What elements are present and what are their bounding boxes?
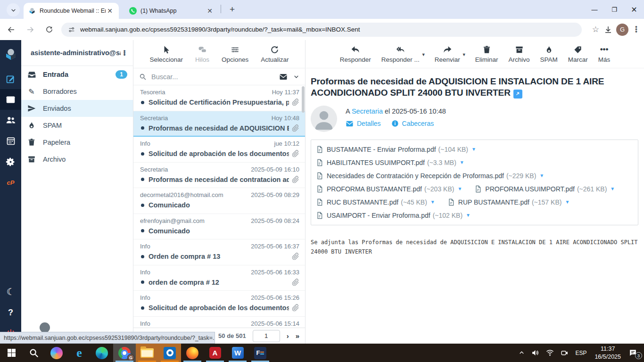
sidebar-item-spam[interactable]: SPAM (21, 117, 133, 134)
browser-menu-icon[interactable]: ••• (632, 26, 640, 33)
tray-chevron-up-icon[interactable] (515, 350, 528, 356)
bookmark-star-icon[interactable]: ☆ (587, 25, 604, 34)
sidebar-item-archive[interactable]: Archivo (21, 151, 133, 168)
attachment-item[interactable]: BUSTAMANTE - Enviar Proforma.pdf (~104 K… (316, 143, 476, 156)
account-menu-icon[interactable]: ••• (121, 50, 128, 56)
attachment-menu-caret-icon[interactable]: ▼ (610, 186, 615, 191)
settings-gear-icon[interactable] (0, 151, 21, 172)
taskbar-copilot[interactable] (45, 344, 68, 362)
reply-button[interactable]: Responder (340, 45, 371, 63)
forward-caret-icon[interactable]: ▼ (462, 52, 466, 57)
page-input[interactable]: 1 (253, 330, 280, 342)
scrollbar-thumb[interactable] (302, 86, 305, 113)
attachment-menu-caret-icon[interactable]: ▼ (471, 147, 476, 152)
message-row[interactable]: efrenfoyain@gmail.com 2025-05-09 08:24 C… (133, 214, 305, 240)
address-bar[interactable]: webmail.sanjuan.gob.ec/cpsess5925319890/… (61, 23, 582, 37)
attachment-name[interactable]: PROFORMA USUIMPORT.pdf (485, 185, 575, 193)
tab-whatsapp[interactable]: (1) WhatsApp ✕ (124, 3, 219, 19)
recipient-link[interactable]: Secretaria (352, 107, 383, 115)
taskbar-firefox[interactable] (181, 344, 204, 362)
search-input[interactable]: Buscar... (151, 73, 279, 81)
mail-nav-icon[interactable] (0, 89, 21, 110)
attachment-item[interactable]: PROFORMA BUSTAMANTE.pdf (~203 KB) ▼ (316, 182, 462, 196)
attachment-item[interactable]: USAIMPORT - Enviar Proforma.pdf (~102 KB… (316, 209, 471, 222)
attachment-name[interactable]: BUSTAMANTE - Enviar Proforma.pdf (327, 146, 436, 153)
taskbar-chrome[interactable]: G (113, 344, 136, 362)
start-button[interactable] (0, 344, 23, 362)
attachment-name[interactable]: RUP BUSTAMANTE.pdf (458, 198, 529, 206)
back-icon[interactable] (4, 22, 19, 37)
help-icon[interactable]: ? (0, 302, 21, 323)
attachment-menu-caret-icon[interactable]: ▼ (565, 199, 570, 205)
reply-all-button[interactable]: Responder ... ▼ (381, 45, 420, 63)
meet-now-icon[interactable] (557, 349, 572, 357)
message-row[interactable]: Info 2025-05-06 15:14 (133, 317, 305, 328)
attachment-menu-caret-icon[interactable]: ▼ (466, 213, 471, 218)
options-button[interactable]: Opciones (222, 45, 248, 63)
sidebar-item-drafts[interactable]: ✎ Borradores (21, 83, 133, 100)
attachment-item[interactable]: RUP BUSTAMANTE.pdf (~157 KB) ▼ (447, 196, 570, 209)
sidebar-item-trash[interactable]: Papelera (21, 134, 133, 151)
forward-icon[interactable] (23, 22, 38, 37)
message-row[interactable]: Info 2025-05-06 16:33 orden de compra # … (133, 265, 305, 291)
language-indicator[interactable]: ESP (572, 350, 590, 356)
wifi-icon[interactable] (543, 349, 557, 357)
sidebar-item-inbox[interactable]: Entrada 1 (21, 66, 133, 83)
attachment-menu-caret-icon[interactable]: ▼ (430, 199, 435, 205)
reply-all-caret-icon[interactable]: ▼ (421, 52, 426, 57)
tab-roundcube[interactable]: Roundcube Webmail :: Enviados ✕ (24, 3, 119, 19)
search-options-chevron-icon[interactable] (293, 74, 299, 80)
restore-button[interactable]: ❐ (604, 0, 624, 19)
taskbar-internet-explorer[interactable]: e (68, 344, 91, 362)
attachment-name[interactable]: RUC BUSTAMANTE.pdf (327, 198, 398, 206)
attachment-item[interactable]: HABILITANTES USUIMPORT.pdf (~3.3 MB) ▼ (316, 156, 464, 169)
sidebar-item-sent[interactable]: Enviados (21, 100, 133, 117)
contacts-nav-icon[interactable] (0, 110, 21, 131)
message-row[interactable]: Tesoreria Hoy 11:37 Solicitud de Certifi… (133, 85, 305, 111)
attachment-item[interactable]: PROFORMA USUIMPORT.pdf (~261 KB) ▼ (474, 182, 615, 196)
attachment-menu-caret-icon[interactable]: ▼ (460, 160, 464, 165)
dark-mode-moon-icon[interactable]: ☾ (0, 281, 21, 302)
next-page-icon[interactable]: › (287, 332, 289, 340)
attachment-name[interactable]: PROFORMA BUSTAMANTE.pdf (327, 185, 422, 193)
attachment-name[interactable]: HABILITANTES USUIMPORT.pdf (327, 159, 425, 166)
archive-button[interactable]: Archivo (509, 45, 530, 63)
taskbar-search-button[interactable] (23, 344, 45, 362)
minimize-button[interactable]: — (585, 0, 604, 19)
list-scrollbar[interactable] (301, 85, 305, 328)
delete-button[interactable]: Eliminar (475, 45, 498, 63)
message-row[interactable]: Secretaria Hoy 10:48 Proformas de necesi… (133, 111, 305, 137)
site-settings-icon[interactable] (68, 26, 75, 33)
reload-icon[interactable] (41, 22, 57, 37)
mark-button[interactable]: Marcar (568, 45, 588, 63)
taskbar-file-explorer[interactable] (136, 344, 158, 362)
tab-close-icon[interactable]: ✕ (206, 7, 214, 15)
select-button[interactable]: Seleccionar (150, 45, 183, 63)
details-link[interactable]: Detalles (346, 120, 381, 128)
attachment-item[interactable]: Necesidades de Contratación y Recepción … (316, 169, 544, 182)
cpanel-icon[interactable]: cP (0, 172, 21, 193)
headers-link[interactable]: Cabeceras (391, 120, 434, 127)
taskbar-fes-app[interactable]: F (249, 344, 272, 362)
last-page-icon[interactable]: » (296, 332, 299, 340)
message-row[interactable]: Info 2025-05-06 15:26 Solicitud de aprob… (133, 291, 305, 317)
threads-button[interactable]: Hilos (195, 45, 209, 63)
spam-button[interactable]: SPAM (540, 45, 558, 63)
close-button[interactable]: ✕ (624, 0, 644, 19)
attachment-menu-caret-icon[interactable]: ▼ (539, 173, 544, 178)
attachment-item[interactable]: RUC BUSTAMANTE.pdf (~45 KB) ▼ (316, 196, 435, 209)
message-row[interactable]: Secretaria 2025-05-09 16:10 Proformas de… (133, 163, 305, 189)
tab-search-button[interactable] (7, 3, 20, 16)
browser-profile-avatar[interactable]: G (616, 24, 628, 36)
volume-icon[interactable] (528, 349, 543, 357)
message-row[interactable]: decormetal2016@hotmail.com 2025-05-09 08… (133, 188, 305, 214)
taskbar-acrobat[interactable]: A (204, 344, 226, 362)
taskbar-outlook[interactable] (158, 344, 181, 362)
attachment-menu-caret-icon[interactable]: ▼ (457, 186, 462, 191)
notification-center-button[interactable]: 3 (626, 348, 644, 357)
new-tab-button[interactable]: + (226, 4, 239, 15)
taskbar-clock[interactable]: 11:37 16/5/2025 (590, 345, 626, 361)
search-bar[interactable]: Buscar... (133, 68, 305, 85)
more-button[interactable]: ••• Más (598, 45, 611, 63)
compose-icon[interactable] (0, 68, 21, 89)
